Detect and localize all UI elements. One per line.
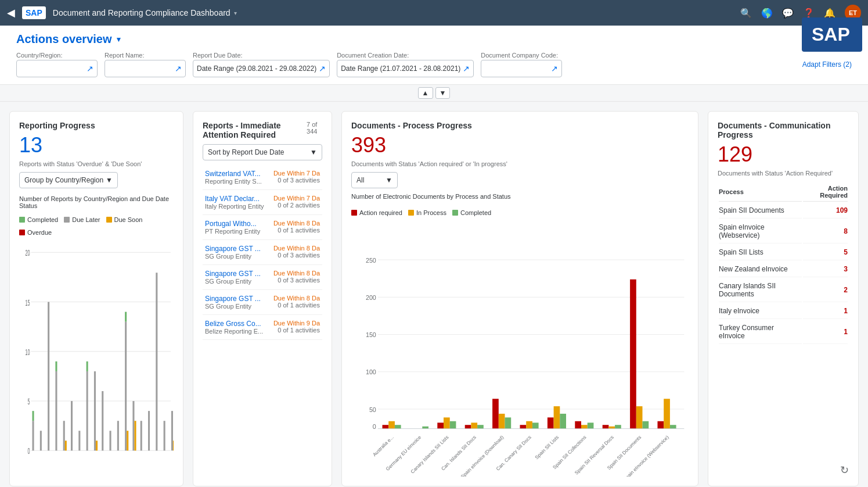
doc-company-filter-input[interactable]: ↗ xyxy=(481,60,562,77)
report-name-4[interactable]: Singapore GST ... xyxy=(205,270,272,278)
svg-rect-27 xyxy=(125,322,127,451)
filters-row: Country/Region: ↗ Report Name: ↗ Report … xyxy=(16,52,852,77)
report-due-filter-value: Date Range (29.08.2021 - 29.08.2022) xyxy=(197,65,316,73)
legend-due-soon: Due Soon xyxy=(106,216,143,223)
svg-rect-51 xyxy=(395,425,401,428)
report-name-3[interactable]: Singapore GST ... xyxy=(205,245,272,253)
toggle-down-button[interactable]: ▼ xyxy=(435,87,451,99)
doc-process-title: Documents - Process Progress xyxy=(351,121,689,130)
report-name-filter-input[interactable]: ↗ xyxy=(105,60,186,77)
report-list-item: Switzerland VAT... Reporting Entity S...… xyxy=(203,165,322,190)
report-list-item: Singapore GST ... SG Group Entity Due Wi… xyxy=(203,290,322,315)
svg-rect-63 xyxy=(526,421,532,429)
svg-rect-36 xyxy=(171,411,173,450)
comm-action-4: 2 xyxy=(803,278,848,302)
doc-filter-arrow-icon: ▼ xyxy=(386,176,392,184)
svg-rect-24 xyxy=(102,391,103,450)
table-row[interactable]: Spain SII Lists 5 xyxy=(719,245,848,260)
doc-creation-filter-open-icon[interactable]: ↗ xyxy=(463,64,470,73)
report-due-filter-open-icon[interactable]: ↗ xyxy=(319,64,326,73)
svg-rect-50 xyxy=(388,421,395,429)
svg-rect-72 xyxy=(608,427,615,429)
svg-rect-77 xyxy=(657,421,664,429)
adapt-filters-button[interactable]: Adapt Filters (2) xyxy=(802,60,852,69)
report-name-1[interactable]: Italy VAT Declar... xyxy=(205,195,272,203)
svg-rect-16 xyxy=(63,421,65,450)
legend-in-process-label: In Process xyxy=(416,209,446,216)
svg-text:Spain SII Lists: Spain SII Lists xyxy=(534,434,560,460)
legend-action-label: Action required xyxy=(359,209,402,216)
actions-overview-title[interactable]: Actions overview ▼ xyxy=(16,33,852,46)
comm-refresh-icon[interactable]: ↻ xyxy=(840,464,849,477)
svg-rect-20 xyxy=(87,371,88,450)
legend-completed-dot xyxy=(19,217,25,223)
svg-rect-69 xyxy=(581,425,588,428)
doc-comm-title: Documents - Communication Progress xyxy=(718,121,849,139)
report-activities-2: 0 of 1 activities xyxy=(273,227,320,234)
doc-creation-filter-value: Date Range (21.07.2021 - 28.08.2021) xyxy=(341,65,460,73)
svg-rect-57 xyxy=(471,422,477,428)
dashboard-grid: Reporting Progress 13 Reports with Statu… xyxy=(0,102,868,487)
svg-rect-28 xyxy=(125,312,127,322)
group-by-select[interactable]: Group by Country/Region ▼ xyxy=(19,172,118,188)
svg-rect-13 xyxy=(48,302,49,451)
chart-legend: Completed Due Later Due Soon Overdue xyxy=(19,216,174,236)
svg-text:100: 100 xyxy=(366,368,376,375)
svg-rect-54 xyxy=(444,417,450,428)
report-name-filter-group: Report Name: ↗ xyxy=(105,52,186,77)
table-row[interactable]: New Zealand eInvoice 3 xyxy=(719,262,848,277)
report-due-filter-input[interactable]: Date Range (29.08.2021 - 29.08.2022) ↗ xyxy=(193,60,330,77)
sap-logo[interactable]: SAP xyxy=(22,6,46,19)
bell-icon[interactable]: 🔔 xyxy=(824,8,835,19)
report-name-6[interactable]: Belize Gross Co... xyxy=(205,320,272,328)
doc-creation-filter-input[interactable]: Date Range (21.07.2021 - 28.08.2021) ↗ xyxy=(337,60,474,77)
comm-process-5: Italy eInvoice xyxy=(719,303,802,319)
svg-rect-59 xyxy=(492,399,499,428)
svg-rect-61 xyxy=(505,417,512,428)
sort-select[interactable]: Sort by Report Due Date ▼ xyxy=(203,144,322,160)
table-row[interactable]: Spain SII Documents 109 xyxy=(719,203,848,219)
legend-doc-completed-dot xyxy=(452,210,458,216)
comm-action-5: 1 xyxy=(803,303,848,319)
svg-text:0: 0 xyxy=(27,447,30,456)
top-navigation: ◀ SAP Document and Reporting Compliance … xyxy=(0,0,868,26)
doc-filter-select[interactable]: All ▼ xyxy=(351,172,398,188)
actions-overview-dropdown-icon[interactable]: ▼ xyxy=(116,35,123,44)
comm-process-6: Turkey Consumer eInvoice xyxy=(719,320,802,344)
report-due-filter-label: Report Due Date: xyxy=(193,52,330,59)
report-name-2[interactable]: Portugal Witho... xyxy=(205,220,272,228)
report-name-filter-open-icon[interactable]: ↗ xyxy=(175,64,182,73)
nav-title-dropdown-icon[interactable]: ▾ xyxy=(234,10,237,16)
doc-company-filter-open-icon[interactable]: ↗ xyxy=(551,64,558,73)
back-button[interactable]: ◀ xyxy=(7,6,15,19)
svg-rect-19 xyxy=(78,431,80,450)
comm-action-6: 1 xyxy=(803,320,848,344)
svg-rect-12 xyxy=(40,431,42,450)
table-row[interactable]: Canary Islands SII Documents 2 xyxy=(719,278,848,302)
report-name-5[interactable]: Singapore GST ... xyxy=(205,295,272,303)
country-filter-open-icon[interactable]: ↗ xyxy=(87,64,93,73)
chat-icon[interactable]: 💬 xyxy=(782,8,794,19)
country-filter-input[interactable]: ↗ xyxy=(16,60,98,77)
svg-rect-75 xyxy=(636,406,643,429)
svg-rect-67 xyxy=(560,414,566,429)
report-activities-0: 0 of 3 activities xyxy=(273,177,320,184)
legend-completed: Completed xyxy=(19,216,58,223)
svg-text:200: 200 xyxy=(366,294,376,301)
table-row[interactable]: Italy eInvoice 1 xyxy=(719,303,848,319)
legend-in-process: In Process xyxy=(408,209,446,216)
svg-rect-33 xyxy=(148,411,150,450)
globe-icon[interactable]: 🌎 xyxy=(761,8,773,19)
table-row[interactable]: Turkey Consumer eInvoice 1 xyxy=(719,320,848,344)
comm-col-process: Process xyxy=(719,182,802,202)
help-icon[interactable]: ❓ xyxy=(803,8,815,19)
svg-rect-34 xyxy=(156,273,157,450)
toggle-up-button[interactable]: ▲ xyxy=(418,87,433,99)
legend-doc-completed: Completed xyxy=(452,209,491,216)
search-icon[interactable]: 🔍 xyxy=(740,8,752,19)
comm-action-1: 8 xyxy=(803,220,848,244)
report-name-0[interactable]: Switzerland VAT... xyxy=(205,170,272,178)
legend-overdue-label: Overdue xyxy=(27,229,52,236)
table-row[interactable]: Spain eInvoice (Webservice) 8 xyxy=(719,220,848,244)
svg-text:20: 20 xyxy=(25,249,30,257)
